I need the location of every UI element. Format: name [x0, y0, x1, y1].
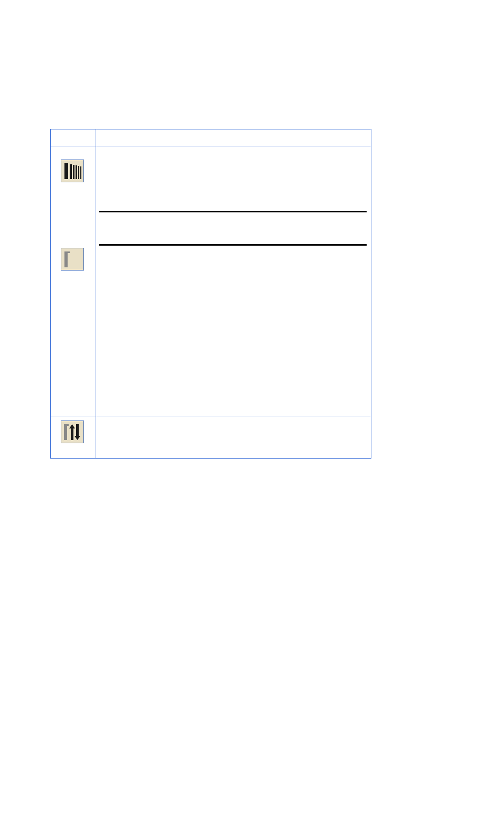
svg-rect-7: [64, 251, 70, 253]
svg-rect-12: [76, 424, 79, 436]
header-desc-cell: [96, 129, 371, 146]
icon-reference-table: [50, 129, 371, 459]
svg-marker-11: [69, 424, 75, 428]
bar-arrows-icon[interactable]: [61, 421, 84, 443]
icon-cell: [51, 146, 96, 416]
svg-rect-1: [70, 164, 72, 179]
single-bar-icon[interactable]: [61, 248, 84, 270]
table-row: [51, 416, 371, 459]
svg-rect-8: [64, 424, 67, 440]
svg-rect-5: [80, 166, 81, 179]
svg-rect-3: [76, 165, 77, 179]
table-header-row: [51, 129, 371, 146]
svg-marker-13: [74, 436, 80, 440]
svg-rect-4: [78, 166, 79, 179]
divider-line: [99, 244, 367, 246]
svg-rect-0: [64, 163, 68, 179]
desc-cell: [96, 146, 371, 416]
perspective-lines-icon[interactable]: [61, 160, 84, 182]
table-row: [51, 146, 371, 416]
svg-rect-6: [64, 251, 68, 267]
header-icon-cell: [51, 129, 96, 146]
icon-cell: [51, 416, 96, 459]
svg-rect-10: [71, 428, 73, 440]
divider-line: [99, 211, 367, 212]
desc-cell: [96, 416, 371, 459]
svg-rect-9: [64, 424, 69, 426]
svg-rect-2: [73, 165, 74, 179]
